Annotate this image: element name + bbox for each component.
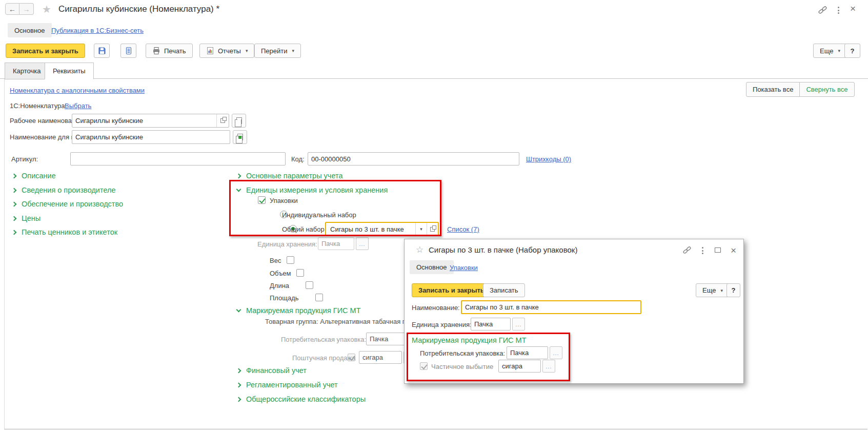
dialog-title: Сигары по 3 шт. в пачке (Набор упаковок) xyxy=(429,245,577,254)
article-input[interactable] xyxy=(70,152,286,166)
consumer-package-input[interactable] xyxy=(366,333,407,345)
similar-items-link[interactable]: Номенклатура с аналогичными свойствами xyxy=(10,87,145,94)
length-label[interactable]: Длина xyxy=(270,282,289,290)
section-manufacturer[interactable]: Сведения о производителе xyxy=(12,186,116,194)
dialog-name-input[interactable] xyxy=(461,300,641,314)
product-group-text: Товарная группа: Альтернативная табачная… xyxy=(265,318,417,325)
tab-card[interactable]: Карточка xyxy=(5,63,49,79)
show-all-button[interactable]: Показать все xyxy=(746,82,800,97)
change-history-button[interactable] xyxy=(120,44,136,58)
back-button[interactable]: ← xyxy=(5,3,19,15)
length-checkbox[interactable] xyxy=(306,281,313,289)
dialog-partial-disposal-input[interactable] xyxy=(498,360,541,373)
window-close-icon[interactable]: × xyxy=(850,4,856,13)
section-main-accounting[interactable]: Основные параметры учета xyxy=(237,172,343,180)
more-button[interactable]: Еще ▾ xyxy=(813,44,847,58)
chevron-right-icon xyxy=(236,397,241,402)
reports-button[interactable]: Отчеты ▾ xyxy=(199,44,254,58)
area-checkbox[interactable] xyxy=(315,294,323,301)
weight-label[interactable]: Вес xyxy=(270,257,281,264)
section-classifiers[interactable]: Общероссийские классификаторы xyxy=(237,395,366,403)
back-icon: ← xyxy=(9,5,16,13)
section-marking-gismt[interactable]: Маркируемая продукция ГИС МТ xyxy=(237,306,361,315)
dialog-help-button[interactable]: ? xyxy=(726,283,740,297)
packages-checkbox[interactable] xyxy=(258,196,266,204)
collapse-all-button[interactable]: Свернуть все xyxy=(799,82,854,97)
nomenclature-1c-label: 1С:Номенклатура: xyxy=(10,102,67,110)
navigate-button[interactable]: Перейти ▾ xyxy=(254,44,301,58)
chevron-right-icon xyxy=(236,173,241,178)
chevron-right-icon xyxy=(12,188,17,193)
header-tab-publication[interactable]: Публикация в 1С:Бизнес-сеть xyxy=(51,27,144,34)
section-financial[interactable]: Финансовый учет xyxy=(237,366,307,375)
volume-label[interactable]: Объем xyxy=(270,270,291,277)
weight-checkbox[interactable] xyxy=(287,256,294,264)
piece-sale-label: Поштучная продажа xyxy=(292,354,355,362)
forward-button[interactable]: → xyxy=(19,3,34,15)
section-prices[interactable]: Цены xyxy=(12,214,41,222)
chevron-right-icon xyxy=(12,173,17,178)
dialog-consumer-package-label: Потребительская упаковка: xyxy=(420,349,505,357)
save-icon xyxy=(98,47,106,55)
dialog-tab-packages[interactable]: Упаковки xyxy=(450,264,478,272)
chevron-down-icon xyxy=(236,307,241,312)
dialog-maximize-icon[interactable] xyxy=(715,247,721,253)
print-name-input[interactable] xyxy=(72,131,230,143)
favorite-star-icon[interactable]: ★ xyxy=(42,3,51,15)
set-list-link[interactable]: Список (7) xyxy=(447,225,479,233)
common-set-combobox[interactable]: Сигары по 3 шт. в пачке ▾ xyxy=(325,222,439,236)
dialog-storage-unit-input[interactable] xyxy=(471,318,511,330)
dialog-more-button[interactable]: Еще ▾ xyxy=(696,283,730,297)
section-units-storage[interactable]: Единицы измерения и условия хранения xyxy=(237,186,388,194)
print-name-field-wrap xyxy=(72,130,230,144)
dialog-tab-main[interactable]: Основное xyxy=(410,260,454,274)
storage-unit-input xyxy=(318,237,354,250)
packages-checkbox-label[interactable]: Упаковки xyxy=(270,197,298,204)
app-window: { "window": { "title": "Сигариллы кубинс… xyxy=(0,0,868,434)
dropdown-arrow-icon: ▾ xyxy=(720,288,723,293)
dialog-save-and-close-button[interactable]: Записать и закрыть xyxy=(412,283,491,297)
open-icon[interactable] xyxy=(216,114,229,127)
copy-link-icon[interactable] xyxy=(818,6,827,16)
individual-set-label[interactable]: Индивидуальный набор xyxy=(282,211,356,219)
piece-sale-input[interactable] xyxy=(359,351,402,364)
section-regulated[interactable]: Регламентированный учет xyxy=(237,381,338,389)
common-set-label[interactable]: Общий набор xyxy=(282,225,325,233)
section-supply-production[interactable]: Обеспечение и производство xyxy=(12,200,123,208)
window-menu-icon[interactable] xyxy=(837,6,840,15)
choose-link[interactable]: Выбрать xyxy=(65,102,91,110)
dialog-save-button[interactable]: Записать xyxy=(483,283,525,297)
tab-strip: Карточка Реквизиты xyxy=(0,62,868,79)
fill-from-working-name-button[interactable] xyxy=(233,130,247,144)
section-price-tags[interactable]: Печать ценников и этикеток xyxy=(12,228,117,236)
combo-open-icon[interactable] xyxy=(427,223,438,235)
code-input[interactable] xyxy=(308,152,519,166)
section-description[interactable]: Описание xyxy=(12,172,56,180)
consumer-package-label: Потребительская упаковка: xyxy=(281,336,366,343)
save-and-close-button[interactable]: Записать и закрыть xyxy=(6,44,85,58)
save-button[interactable] xyxy=(94,44,110,58)
dialog-close-icon[interactable]: × xyxy=(731,245,736,255)
printer-icon xyxy=(152,47,160,55)
dialog-storage-unit-select-button[interactable]: ... xyxy=(512,318,525,330)
dialog-consumer-package-input[interactable] xyxy=(507,346,548,359)
header-tab-main[interactable]: Основное xyxy=(8,23,52,37)
working-name-input[interactable] xyxy=(72,114,216,127)
dialog-consumer-package-select-button[interactable]: ... xyxy=(550,346,562,359)
dialog-partial-disposal-select-button[interactable]: ... xyxy=(542,360,555,373)
favorite-star-outline-icon[interactable]: ☆ xyxy=(416,244,423,255)
help-button[interactable]: ? xyxy=(844,44,860,58)
dialog-copy-link-icon[interactable] xyxy=(683,246,691,256)
combo-dropdown-icon[interactable]: ▾ xyxy=(415,223,427,235)
tab-details[interactable]: Реквизиты xyxy=(45,63,94,79)
copy-name-button[interactable] xyxy=(232,114,246,128)
area-label[interactable]: Площадь xyxy=(270,294,299,302)
dialog-name-label: Наименование: xyxy=(412,304,460,312)
volume-checkbox[interactable] xyxy=(296,269,304,277)
storage-unit-label: Единица хранения: xyxy=(257,240,317,248)
chart-icon xyxy=(206,47,214,55)
print-button[interactable]: Печать xyxy=(146,44,193,58)
dialog-storage-unit-label: Единица хранения: xyxy=(412,321,472,328)
barcodes-link[interactable]: Штрихкоды (0) xyxy=(526,155,571,163)
dialog-menu-icon[interactable] xyxy=(701,246,704,255)
